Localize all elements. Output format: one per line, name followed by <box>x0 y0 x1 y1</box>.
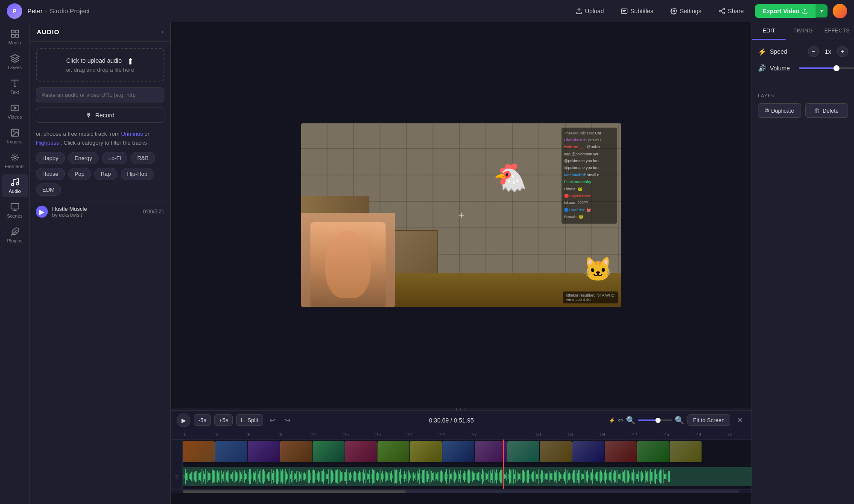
timeline-scrollbar <box>171 489 752 493</box>
clip-12[interactable] <box>540 441 572 462</box>
export-main-button[interactable]: Export Video <box>755 4 816 18</box>
skip-forward-button[interactable]: +5s <box>214 414 233 426</box>
video-preview: 🐔 TheGodJobless: Cre GlannisOPP: pEPEC <box>301 123 621 307</box>
split-button[interactable]: ⊢ Split <box>236 414 263 426</box>
clip-11[interactable] <box>507 441 539 462</box>
clip-15[interactable] <box>637 441 669 462</box>
highpass-link[interactable]: Highpass <box>36 140 59 146</box>
speed-increase-button[interactable]: + <box>837 46 848 57</box>
panel-close-button[interactable]: ‹ <box>162 29 164 35</box>
zoom-in-button[interactable]: 🔍 <box>675 416 684 425</box>
track-playhead <box>503 440 504 464</box>
breadcrumb-user[interactable]: Peter <box>27 7 43 15</box>
svg-marker-19 <box>14 107 16 109</box>
audio-track-content[interactable] <box>183 464 752 489</box>
app-logo: P <box>7 3 22 19</box>
track-item: ▶ Hustle Muscle by eckskwisit 0:00/5:21 <box>30 201 170 222</box>
record-button[interactable]: 🎙 Record <box>36 108 164 123</box>
redo-button[interactable]: ↪ <box>282 414 294 426</box>
unminus-link[interactable]: Unminus <box>121 131 143 137</box>
layer-section: LAYER ⧉ Duplicate 🗑 Delete <box>752 87 854 124</box>
clip-16[interactable] <box>670 441 702 462</box>
clip-5[interactable] <box>313 441 345 462</box>
breadcrumb: Peter › Studio Project <box>27 7 90 15</box>
clip-9[interactable] <box>442 441 474 462</box>
volume-slider[interactable] <box>799 67 854 69</box>
duplicate-button[interactable]: ⧉ Duplicate <box>758 103 801 118</box>
sidebar-item-audio[interactable]: Audio <box>2 174 28 197</box>
speed-decrease-button[interactable]: − <box>808 46 819 57</box>
music-tags: Happy Energy Lo-Fi R&B House Pop Rap Hip… <box>30 152 170 201</box>
svg-point-4 <box>673 10 675 12</box>
svg-point-5 <box>723 8 725 10</box>
tag-rap[interactable]: Rap <box>94 168 117 180</box>
clip-2[interactable] <box>215 441 247 462</box>
clip-8[interactable] <box>410 441 442 462</box>
subtitles-button[interactable]: Subtitles <box>615 5 659 17</box>
track-author: by eckskwisit <box>52 212 139 218</box>
upload-button[interactable]: Upload <box>570 5 610 17</box>
clip-7[interactable] <box>377 441 409 462</box>
zoom-controls: ⚡ ⇔ 🔍 🔍 <box>609 416 684 425</box>
tag-energy[interactable]: Energy <box>68 152 99 164</box>
clip-13[interactable] <box>572 441 604 462</box>
sidebar-item-media[interactable]: Media <box>2 26 28 49</box>
undo-button[interactable]: ↩ <box>266 414 278 426</box>
avatar[interactable] <box>833 4 847 18</box>
skip-back-button[interactable]: -5s <box>194 414 211 426</box>
clip-10[interactable] <box>475 441 507 462</box>
zoom-slider[interactable] <box>638 420 672 421</box>
tag-pop[interactable]: Pop <box>68 168 91 180</box>
delete-button[interactable]: 🗑 Delete <box>805 103 848 118</box>
clip-4[interactable] <box>280 441 312 462</box>
sidebar-item-images[interactable]: Images <box>2 125 28 148</box>
upload-icon: ⬆ <box>127 56 134 67</box>
settings-button[interactable]: Settings <box>664 5 708 17</box>
audio-playhead <box>503 464 504 489</box>
tag-house[interactable]: House <box>36 168 65 180</box>
panel-header: AUDIO ‹ <box>30 22 170 42</box>
tag-lofi[interactable]: Lo-Fi <box>102 152 128 164</box>
zoom-icon-left: ⚡ <box>609 417 615 423</box>
export-dropdown-button[interactable]: ▾ <box>816 4 828 17</box>
svg-point-21 <box>13 131 14 132</box>
sidebar-item-text[interactable]: Text <box>2 75 28 98</box>
upload-area[interactable]: Click to upload audio ⬆ or, drag and dro… <box>36 48 164 82</box>
video-track <box>171 440 752 464</box>
svg-rect-11 <box>11 30 14 33</box>
breadcrumb-project[interactable]: Studio Project <box>50 7 90 15</box>
tag-edm[interactable]: EDM <box>36 184 61 196</box>
share-button[interactable]: Share <box>713 5 750 17</box>
svg-rect-14 <box>15 35 18 37</box>
clip-3[interactable] <box>248 441 280 462</box>
tag-happy[interactable]: Happy <box>36 152 65 164</box>
timeline-tracks: 2 <box>171 440 752 489</box>
tag-rnb[interactable]: R&B <box>131 152 155 164</box>
sidebar-item-plugins[interactable]: Plugins <box>2 224 28 247</box>
tab-timing[interactable]: TIMING <box>786 22 820 40</box>
right-panel-tabs: EDIT TIMING EFFECTS <box>752 22 854 40</box>
chat-overlay: TheGodJobless: Cre GlannisOPP: pEPEC Red… <box>562 128 617 224</box>
scrollbar-thumb[interactable] <box>183 490 406 493</box>
fit-to-screen-button[interactable]: Fit to Screen <box>687 414 730 426</box>
tab-effects[interactable]: EFFECTS <box>820 22 854 40</box>
sidebar-item-elements[interactable]: Elements <box>2 149 28 172</box>
timeline-close-button[interactable]: ✕ <box>734 414 746 426</box>
url-input[interactable] <box>36 87 164 102</box>
sidebar-item-layers[interactable]: Layers <box>2 50 28 73</box>
upload-main-text: Click to upload audio <box>66 57 122 64</box>
clip-6[interactable] <box>345 441 377 462</box>
tag-hiphop[interactable]: Hip-Hop <box>121 168 154 180</box>
play-button[interactable]: ▶ <box>177 414 190 427</box>
clip-14[interactable] <box>605 441 637 462</box>
tab-edit[interactable]: EDIT <box>752 22 786 40</box>
duplicate-icon: ⧉ <box>765 107 769 114</box>
timeline-controls: ▶ -5s +5s ⊢ Split ↩ ↪ 0:30.69 / 0:51.95 … <box>171 411 752 430</box>
sidebar-item-scenes[interactable]: Scenes <box>2 199 28 222</box>
zoom-out-button[interactable]: 🔍 <box>626 416 635 425</box>
svg-line-8 <box>721 12 723 13</box>
sidebar-item-videos[interactable]: Videos <box>2 100 28 123</box>
track-play-button[interactable]: ▶ <box>36 206 48 218</box>
speed-icon: ⚡ <box>758 48 766 56</box>
clip-1[interactable] <box>183 441 215 462</box>
